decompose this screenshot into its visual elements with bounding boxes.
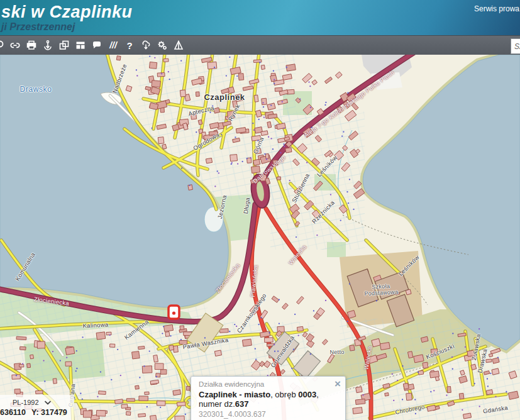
link-icon[interactable] xyxy=(9,40,21,51)
download-icon[interactable] xyxy=(140,40,152,51)
measure-icon[interactable]: /// xyxy=(108,40,119,51)
crs-label: PL-1992 xyxy=(13,399,39,406)
app-header: ski w Czaplinku ji Przestrzennej Serwis … xyxy=(0,0,520,35)
app-title: ski w Czaplinku xyxy=(1,3,133,22)
coord-y-value: Y: 317479 xyxy=(31,408,67,417)
print-icon[interactable] xyxy=(26,40,37,51)
settings-icon[interactable] xyxy=(157,40,168,51)
park-pond xyxy=(204,207,223,232)
anchor-icon[interactable] xyxy=(42,40,53,51)
search-input[interactable] xyxy=(511,38,520,54)
popup-header: Działka ewidencyjna xyxy=(199,380,339,388)
map-canvas[interactable]: DrawskoCzaplinekRynekAptecznaOgrodowaGór… xyxy=(0,55,520,420)
close-icon[interactable]: × xyxy=(335,379,341,389)
parcel-id: 320301_4.0003.637 xyxy=(199,410,339,419)
warning-icon[interactable] xyxy=(173,40,184,51)
parcel-title: Czaplinek - miasto, obręb 0003, numer dz… xyxy=(199,390,339,409)
map-svg xyxy=(0,55,520,420)
help-icon[interactable]: ? xyxy=(124,40,135,51)
chevron-down-icon[interactable] xyxy=(44,401,52,405)
parcel-popup: Działka ewidencyjna × Czaplinek - miasto… xyxy=(191,376,346,420)
map-toolbar: /// ? xyxy=(0,35,520,55)
app-window: ski w Czaplinku ji Przestrzennej Serwis … xyxy=(0,0,520,420)
app-subtitle: ji Przestrzennej xyxy=(1,21,75,33)
coordinate-widget: PL-1992 636110Y: 317479 xyxy=(0,395,74,420)
layout-icon[interactable] xyxy=(75,40,86,51)
comment-icon[interactable] xyxy=(91,40,102,51)
copy-icon[interactable] xyxy=(58,40,70,51)
header-service-note: Serwis prowa xyxy=(474,4,519,13)
coord-x-value: 636110 xyxy=(0,408,26,417)
road-sign-marker xyxy=(169,306,179,319)
zoom-icon[interactable] xyxy=(0,40,4,51)
